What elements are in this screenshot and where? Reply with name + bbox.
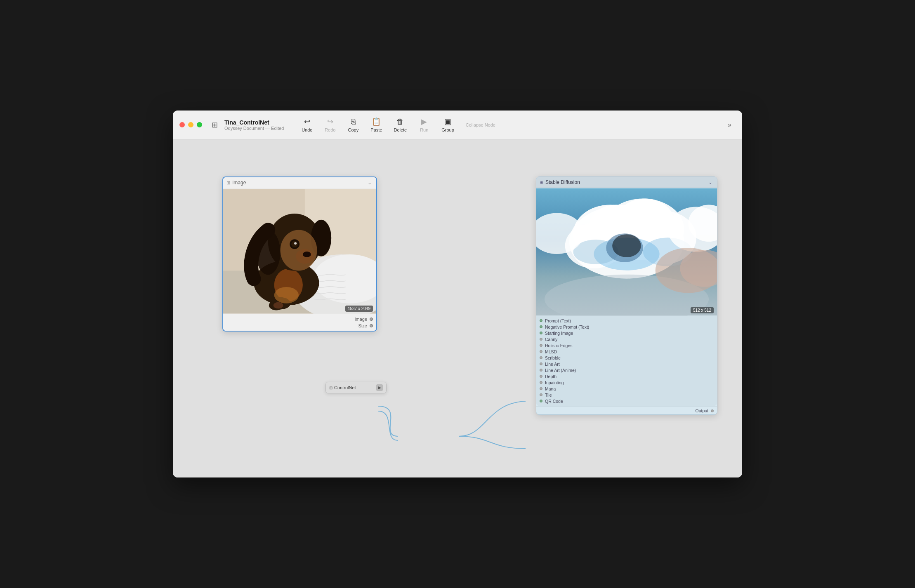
more-button[interactable]: » — [724, 119, 736, 131]
sd-port-row: Scribble — [536, 355, 717, 361]
sd-port-dot[interactable] — [540, 350, 542, 353]
sd-port-row: Canny — [536, 336, 717, 342]
node-icon: ⊞ — [226, 180, 230, 186]
svg-point-18 — [274, 302, 283, 309]
delete-icon: 🗑 — [396, 118, 404, 126]
node-options-button[interactable]: ⌄ — [366, 179, 373, 186]
window-title: Tina_ControlNet — [224, 119, 284, 126]
sd-port-row: Tile — [536, 392, 717, 398]
sd-port-dot[interactable] — [540, 319, 542, 322]
image-port-label: Image — [354, 317, 367, 322]
delete-button[interactable]: 🗑 Delete — [389, 115, 412, 135]
svg-point-32 — [612, 234, 641, 257]
sd-preview: 512 x 512 — [536, 188, 717, 316]
sd-port-dot[interactable] — [540, 356, 542, 359]
size-output-port[interactable] — [370, 324, 373, 327]
window-subtitle: Odyssey Document — Edited — [224, 126, 284, 131]
sd-port-label: Negative Prompt (Text) — [545, 325, 589, 329]
copy-button[interactable]: ⎘ Copy — [342, 115, 364, 135]
collapse-node-button[interactable]: Collapse Node — [461, 120, 500, 130]
sd-dimensions: 512 x 512 — [691, 307, 714, 313]
sd-port-row: Negative Prompt (Text) — [536, 324, 717, 330]
size-port-row: Size — [226, 322, 373, 329]
sd-port-row: MLSD — [536, 348, 717, 355]
controlnet-expand-button[interactable]: ▶ — [376, 384, 383, 391]
sd-port-row: Mana — [536, 386, 717, 392]
svg-point-19 — [274, 287, 299, 303]
sd-port-label: Tile — [545, 393, 552, 397]
sd-port-row: QR Code — [536, 398, 717, 404]
paste-label: Paste — [370, 127, 382, 132]
image-dimensions: 1537 x 2049 — [345, 306, 373, 312]
canvas-area[interactable]: ⊞ Image ⌄ — [173, 139, 742, 477]
sd-port-dot[interactable] — [540, 387, 542, 390]
close-button[interactable] — [179, 122, 185, 127]
sd-port-label: Inpainting — [545, 380, 564, 385]
sd-port-dot[interactable] — [540, 381, 542, 384]
sd-output-port[interactable] — [711, 409, 714, 412]
sd-port-dot[interactable] — [540, 375, 542, 378]
redo-label: Redo — [325, 127, 335, 132]
sd-port-label: Holistic Edges — [545, 343, 573, 348]
image-node-ports: Image Size — [223, 314, 376, 331]
sd-output-label: Output — [695, 408, 708, 413]
sd-port-row: Starting Image — [536, 330, 717, 336]
sd-title: ⊞ Stable Diffusion — [540, 179, 580, 185]
paste-button[interactable]: 📋 Paste — [366, 115, 387, 135]
size-port-label: Size — [358, 323, 367, 328]
undo-label: Undo — [302, 127, 312, 132]
svg-point-39 — [590, 211, 623, 235]
run-label: Run — [420, 127, 428, 132]
dog-svg — [223, 188, 376, 314]
sd-options-button[interactable]: ⌄ — [707, 179, 714, 186]
minimize-button[interactable] — [188, 122, 193, 127]
sd-port-row: Line Art — [536, 361, 717, 367]
sd-port-dot[interactable] — [540, 332, 542, 334]
image-output-port[interactable] — [370, 318, 373, 321]
sd-port-row: Depth — [536, 373, 717, 379]
run-icon: ▶ — [421, 117, 427, 126]
controlnet-node[interactable]: ⊞ ControlNet ▶ — [325, 382, 387, 393]
titlebar: ⊞ Tina_ControlNet Odyssey Document — Edi… — [173, 111, 742, 139]
app-window: ⊞ Tina_ControlNet Odyssey Document — Edi… — [173, 111, 742, 477]
sd-port-dot[interactable] — [540, 338, 542, 341]
sd-port-dot[interactable] — [540, 325, 542, 328]
run-button[interactable]: ▶ Run — [413, 115, 435, 135]
sd-port-dot[interactable] — [540, 369, 542, 372]
sd-node[interactable]: ⊞ Stable Diffusion ⌄ — [536, 176, 717, 415]
maximize-button[interactable] — [197, 122, 202, 127]
document-icon: ⊞ — [209, 119, 220, 131]
sd-port-label: Line Art (Anime) — [545, 368, 576, 373]
image-node-titlebar: ⊞ Image ⌄ — [223, 177, 376, 188]
image-node-title: ⊞ Image — [226, 180, 246, 186]
redo-button[interactable]: ↪ Redo — [319, 115, 341, 135]
controlnet-title: ⊞ ControlNet — [329, 385, 356, 390]
svg-point-41 — [620, 204, 649, 227]
svg-point-12 — [303, 252, 311, 257]
sd-output-row: Output — [536, 407, 717, 414]
group-button[interactable]: ▣ Group — [436, 115, 459, 135]
sd-icon: ⊞ — [540, 180, 543, 185]
image-node[interactable]: ⊞ Image ⌄ — [222, 176, 377, 332]
toolbar: ↩ Undo ↪ Redo ⎘ Copy 📋 Paste 🗑 Delete ▶ — [296, 115, 724, 135]
sd-port-dot[interactable] — [540, 344, 542, 347]
svg-point-10 — [281, 230, 317, 271]
sd-port-label: Prompt (Text) — [545, 318, 571, 323]
sd-port-dot[interactable] — [540, 393, 542, 396]
sd-port-label: Scribble — [545, 355, 561, 360]
sd-port-row: Holistic Edges — [536, 342, 717, 348]
sd-port-row: Line Art (Anime) — [536, 367, 717, 373]
sd-port-label: Mana — [545, 386, 556, 391]
image-port-row: Image — [226, 316, 373, 322]
sd-titlebar: ⊞ Stable Diffusion ⌄ — [536, 177, 717, 188]
undo-icon: ↩ — [304, 117, 310, 126]
undo-button[interactable]: ↩ Undo — [296, 115, 318, 135]
collapse-label: Collapse Node — [466, 122, 495, 127]
sd-port-label: MLSD — [545, 349, 557, 354]
group-icon: ▣ — [444, 117, 451, 126]
redo-icon: ↪ — [327, 117, 333, 126]
title-section: Tina_ControlNet Odyssey Document — Edite… — [224, 119, 284, 131]
sd-port-dot[interactable] — [540, 362, 542, 365]
sd-port-label: Canny — [545, 337, 557, 342]
sd-port-dot[interactable] — [540, 400, 542, 402]
